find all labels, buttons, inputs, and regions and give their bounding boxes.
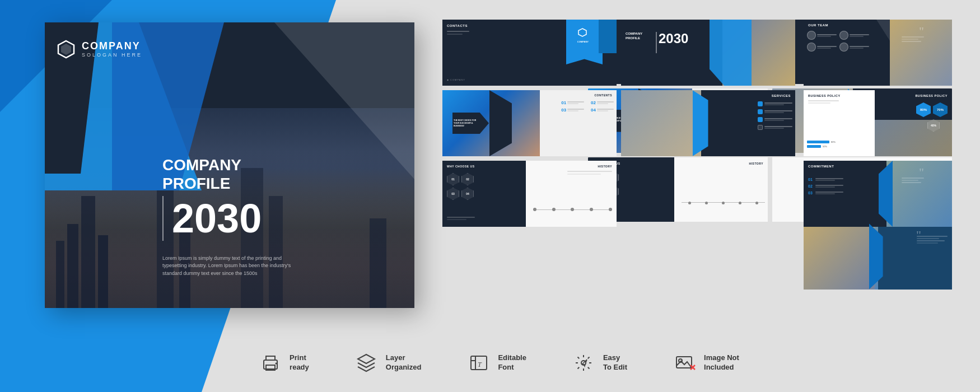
tg-quote-text [917, 236, 948, 244]
tg-team-avatars [807, 31, 869, 52]
feature-print-label: Printready [290, 353, 309, 372]
tg-commit-sep [879, 161, 893, 227]
tg-policy-label-right: BUSINESS POLICY [915, 94, 948, 97]
tg-profile: COMPANYPROFILE 2030 [621, 20, 795, 86]
layers-icon [354, 350, 379, 375]
tg-profile-divider [656, 32, 657, 53]
feature-image-not-included: Image NotIncluded [672, 350, 739, 375]
feature-image-text: Image NotIncluded [704, 353, 739, 372]
logo-slogan: SOLOGAN HERE [82, 52, 142, 58]
font-icon: T [466, 350, 491, 375]
svg-point-10 [275, 362, 277, 364]
tg-quote-extra: " [804, 223, 952, 290]
printer-icon [258, 350, 283, 375]
feature-edit-text: EasyTo Edit [603, 353, 627, 372]
tg-commit-label: COMMITMENT [808, 165, 834, 168]
tg-policy-city [875, 120, 952, 156]
feature-layer-organized: LayerOrganized [354, 350, 422, 375]
cover-logo: COMPANY SOLOGAN HERE [56, 39, 142, 59]
logo-text-block: COMPANY SOLOGAN HERE [82, 41, 142, 58]
tg-profile-blue [710, 20, 752, 86]
feature-print-ready: Printready [258, 350, 309, 375]
logo-company-name: COMPANY [82, 41, 142, 51]
cover-title-line2: PROFILE [162, 174, 262, 193]
feature-font-text: EditableFont [498, 353, 526, 372]
tg-services-list [758, 101, 792, 130]
cover-title-line1: COMPANY [162, 156, 262, 175]
feature-editable-font: T EditableFont [466, 350, 526, 375]
feature-layer-label: LayerOrganized [386, 353, 422, 372]
logo-hex-icon [56, 39, 76, 59]
cover-title-area: COMPANY PROFILE 2030 [162, 156, 262, 241]
tg-services-sep [693, 90, 708, 156]
thumb-grid-right: OUR TEAM " [804, 20, 952, 227]
feature-font-label: EditableFont [498, 353, 526, 372]
tg-policy-hex2: 40% [927, 119, 940, 132]
svg-rect-17 [676, 357, 692, 368]
tg-commitment: COMMITMENT 01 02 03 " [804, 161, 952, 227]
tg-our-team: OUR TEAM " [804, 20, 952, 86]
feature-easy-to-edit: EasyTo Edit [571, 350, 627, 375]
tg-policy-label-left: BUSINESS POLICY [808, 94, 841, 97]
tg-commit-list: 01 02 03 [808, 178, 843, 195]
tg-policy-stats: 80% 50% [807, 141, 836, 150]
thumbs-left-col [442, 20, 622, 227]
feature-edit-label: EasyTo Edit [603, 353, 627, 372]
tg-profile-year: 2030 [659, 31, 688, 46]
svg-marker-1 [61, 44, 71, 55]
cover-year-area: 2030 [162, 196, 262, 241]
tg-business-policy: BUSINESS POLICY 80% 50% BUSINESS POLICY … [804, 90, 952, 156]
divider-line [162, 196, 164, 241]
tg-services: SERVICES [621, 90, 795, 156]
tg-quote-blue-right [875, 223, 952, 290]
bottom-feature-bar: Printready LayerOrganized T EditableFo [45, 350, 952, 375]
image-icon [672, 350, 697, 375]
svg-text:T: T [478, 361, 482, 368]
settings-icon [571, 350, 596, 375]
svg-marker-11 [358, 354, 375, 363]
feature-print-text: Printready [290, 353, 309, 372]
tg-policy-lines-left [808, 100, 839, 104]
cover-year: 2030 [172, 198, 262, 239]
tg-team-label: OUR TEAM [808, 24, 828, 27]
tg-services-label: SERVICES [772, 94, 791, 97]
tg-profile-text: COMPANYPROFILE [626, 32, 642, 41]
cover-description: Lorem Ipsum is simply dummy text of the … [162, 255, 297, 278]
tg-commit-right-text [902, 178, 924, 183]
tg-quote-city [804, 223, 878, 290]
tg-policy-hexes: 80% 70% [916, 102, 948, 117]
feature-image-label: Image NotIncluded [704, 353, 739, 372]
main-cover: COMPANY SOLOGAN HERE COMPANY PROFILE 203… [45, 22, 414, 308]
tg-team-right-text [902, 36, 924, 42]
feature-layer-text: LayerOrganized [386, 353, 422, 372]
